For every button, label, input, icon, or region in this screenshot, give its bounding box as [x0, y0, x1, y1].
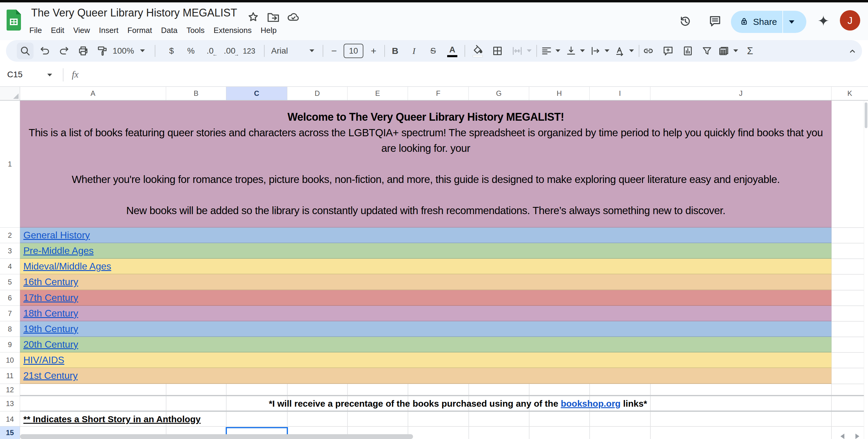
row-header-1[interactable]: 1 [0, 100, 20, 228]
formula-input[interactable] [90, 63, 868, 86]
column-header-a[interactable]: A [20, 87, 166, 100]
menu-tools[interactable]: Tools [186, 26, 205, 35]
menu-view[interactable]: View [73, 26, 90, 35]
row-header-14[interactable]: 14 [0, 412, 20, 427]
currency-format-button[interactable]: $ [163, 40, 180, 62]
menu-extensions[interactable]: Extensions [214, 26, 252, 35]
create-filter-icon[interactable] [699, 40, 715, 62]
column-header-g[interactable]: G [469, 87, 529, 100]
affiliate-note-cell[interactable]: *I will receive a precentage of the book… [48, 397, 868, 411]
strikethrough-button[interactable]: S [425, 40, 441, 62]
rotation-caret-icon[interactable] [629, 50, 634, 52]
functions-button[interactable]: Σ [742, 40, 758, 62]
star-icon[interactable] [246, 10, 259, 23]
version-history-icon[interactable] [678, 14, 692, 28]
select-all-corner[interactable] [0, 87, 20, 100]
category-link[interactable]: 21st Century [23, 370, 78, 381]
sheets-logo-icon[interactable] [7, 9, 21, 31]
move-folder-icon[interactable] [267, 10, 279, 23]
collapse-toolbar-icon[interactable] [844, 40, 861, 62]
decrease-font-size-button[interactable]: − [326, 40, 342, 62]
vertical-align-icon[interactable] [563, 40, 580, 62]
menu-format[interactable]: Format [127, 26, 152, 35]
row-header-2[interactable]: 2 [0, 228, 20, 243]
zoom-control[interactable]: 100% [111, 40, 135, 62]
column-header-j[interactable]: J [650, 87, 832, 100]
vertical-scrollbar-track[interactable] [864, 100, 868, 439]
category-link[interactable]: Mideval/Middle Ages [23, 261, 111, 272]
decrease-decimal-button[interactable]: .0 [202, 40, 218, 62]
row-header-4[interactable]: 4 [0, 259, 20, 274]
category-link[interactable]: HIV/AIDS [23, 355, 64, 365]
menu-edit[interactable]: Edit [51, 26, 64, 35]
column-header-d[interactable]: D [287, 87, 347, 100]
text-wrap-icon[interactable] [587, 40, 604, 62]
column-header-b[interactable]: B [166, 87, 226, 100]
welcome-cell[interactable]: Welcome to The Very Queer Library Histor… [20, 100, 832, 228]
column-header-i[interactable]: I [590, 87, 650, 100]
menu-data[interactable]: Data [161, 26, 178, 35]
insert-comment-icon[interactable] [660, 40, 677, 62]
scroll-left-icon[interactable] [836, 433, 848, 439]
category-link[interactable]: 19th Century [23, 323, 78, 334]
anthology-note-cell[interactable]: ** Indicates a Short Story in an Antholo… [23, 412, 200, 427]
percent-format-button[interactable]: % [183, 40, 199, 62]
column-header-f[interactable]: F [408, 87, 469, 100]
category-link[interactable]: 16th Century [23, 276, 78, 288]
table-tools-icon[interactable] [715, 40, 732, 62]
row-header-6[interactable]: 6 [0, 290, 20, 306]
menu-file[interactable]: File [29, 26, 42, 35]
increase-font-size-button[interactable]: + [365, 40, 382, 62]
align-caret-icon[interactable] [556, 50, 560, 52]
wrap-caret-icon[interactable] [604, 50, 610, 52]
row-header-3[interactable]: 3 [0, 243, 20, 259]
italic-button[interactable]: I [406, 40, 422, 62]
table-caret-icon[interactable] [733, 50, 738, 52]
name-box-caret-icon[interactable] [47, 74, 52, 76]
horizontal-align-icon[interactable] [538, 40, 555, 62]
text-rotation-icon[interactable] [612, 40, 628, 62]
text-color-button[interactable]: A [444, 39, 461, 60]
undo-icon[interactable] [36, 40, 53, 62]
category-link[interactable]: 20th Century [23, 339, 78, 350]
font-caret-icon[interactable] [309, 50, 314, 52]
paint-format-icon[interactable] [94, 40, 111, 62]
cloud-saved-icon[interactable] [286, 10, 299, 23]
row-header-5[interactable]: 5 [0, 274, 20, 290]
valign-caret-icon[interactable] [580, 50, 585, 52]
row-header-8[interactable]: 8 [0, 321, 20, 337]
search-icon[interactable] [17, 40, 33, 62]
column-header-c[interactable]: C [226, 87, 287, 100]
insert-chart-icon[interactable] [679, 40, 696, 62]
bold-button[interactable]: B [387, 40, 403, 62]
share-dropdown[interactable] [783, 11, 800, 33]
column-header-e[interactable]: E [347, 87, 408, 100]
share-main[interactable]: Share [731, 11, 782, 33]
column-header-h[interactable]: H [529, 87, 590, 100]
print-icon[interactable] [75, 40, 92, 62]
borders-icon[interactable] [489, 40, 506, 62]
row-header-9[interactable]: 9 [0, 337, 20, 352]
bookshop-link[interactable]: bookshop.org [561, 399, 620, 409]
category-link[interactable]: 18th Century [23, 308, 78, 319]
category-link[interactable]: General History [23, 230, 90, 241]
insert-link-icon[interactable] [640, 40, 657, 62]
avatar[interactable]: J [840, 10, 860, 31]
row-header-15[interactable]: 15 [0, 427, 20, 439]
comments-icon[interactable] [708, 14, 722, 28]
row-header-12[interactable]: 12 [0, 384, 20, 396]
column-header-k[interactable]: K [832, 87, 868, 100]
document-title[interactable]: The Very Queer Library History MEGALIST [31, 7, 237, 19]
category-link[interactable]: 17th Century [23, 292, 78, 303]
fill-color-icon[interactable] [469, 39, 486, 60]
menu-help[interactable]: Help [261, 26, 277, 35]
row-header-11[interactable]: 11 [0, 368, 20, 384]
scroll-right-icon[interactable] [851, 433, 863, 439]
vertical-scrollbar-thumb[interactable] [865, 103, 867, 128]
name-box[interactable]: C15 [7, 63, 23, 86]
increase-decimal-button[interactable]: .00 [221, 40, 238, 62]
font-family-select[interactable]: Arial [268, 40, 298, 62]
category-link[interactable]: Pre-Middle Ages [23, 245, 94, 256]
menu-insert[interactable]: Insert [99, 26, 119, 35]
font-size-input[interactable]: 10 [344, 44, 363, 58]
